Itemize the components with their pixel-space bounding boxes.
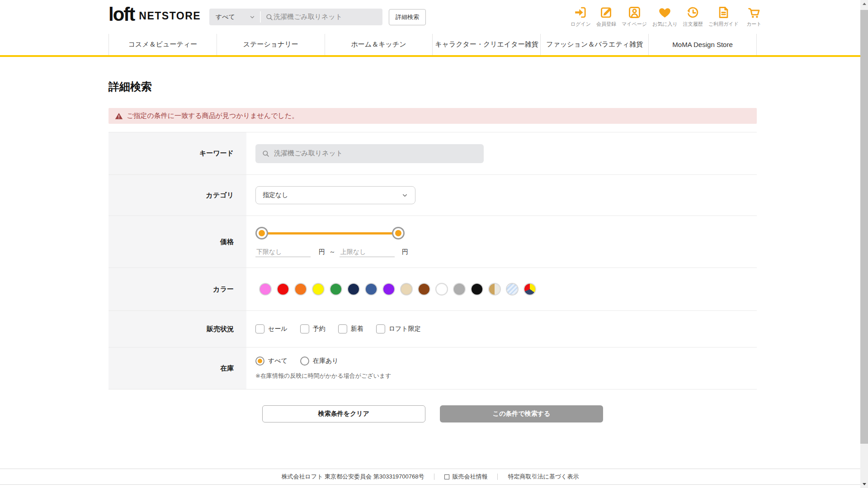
checkbox-new-arrival[interactable]: 新着 (338, 324, 363, 333)
sale-checkbox[interactable] (255, 324, 264, 333)
login-label: ログイン (571, 21, 591, 28)
stock-note: ※在庫情報の反映に時間がかかる場合がございます (255, 372, 392, 380)
order-history-label: 注文履歴 (683, 21, 703, 28)
favorite-link[interactable]: お気に入り (652, 5, 678, 28)
guide-link[interactable]: ご利用ガイド (708, 5, 739, 28)
color-swatch-gray[interactable] (454, 284, 465, 295)
color-swatch-black[interactable] (472, 284, 482, 295)
color-swatch-beige[interactable] (401, 284, 412, 295)
color-swatch-gold-silver[interactable] (489, 284, 500, 295)
color-swatch-clear[interactable] (507, 284, 518, 295)
price-range-slider (255, 226, 405, 240)
warning-icon (115, 112, 123, 120)
scrollbar-thumb[interactable] (860, 10, 868, 444)
color-swatch-orange[interactable] (295, 284, 306, 295)
header-search-input[interactable] (274, 13, 373, 21)
keyword-label: キーワード (108, 132, 246, 174)
stock-available-radio[interactable] (300, 357, 309, 366)
nav-character-creator[interactable]: キャラクター・クリエイター雑貨 (432, 34, 540, 55)
form-row-sale-status: 販売状況 セール 予約 新着 (108, 310, 757, 347)
mypage-link[interactable]: マイページ (622, 5, 647, 28)
new-arrival-checkbox[interactable] (338, 324, 347, 333)
footer-divider (434, 474, 434, 480)
search-category-select[interactable]: すべて (209, 9, 260, 25)
login-link[interactable]: ログイン (571, 5, 591, 28)
search-field (261, 9, 382, 25)
price-slider-handle-min[interactable] (255, 227, 268, 239)
clear-conditions-button[interactable]: 検索条件をクリア (262, 405, 425, 422)
nav-fashion-variety[interactable]: ファッション＆バラエティ雑貨 (540, 34, 648, 55)
radio-stock-available[interactable]: 在庫あり (300, 357, 339, 366)
footer-divider (497, 474, 498, 480)
favorite-label: お気に入り (652, 21, 678, 28)
nav-stationery[interactable]: ステーショナリー (217, 34, 325, 55)
reservation-checkbox[interactable] (300, 324, 309, 333)
advanced-search-button[interactable]: 詳細検索 (389, 9, 426, 25)
guide-label: ご利用ガイド (708, 21, 739, 28)
keyword-input[interactable] (274, 150, 464, 157)
seller-info-link[interactable]: 販売会社情報 (444, 473, 487, 481)
no-results-alert: ご指定の条件に一致する商品が見つかりませんでした。 (108, 108, 757, 124)
sale-status-options: セール 予約 新着 ロフト限定 (255, 324, 421, 333)
color-swatch-purple[interactable] (383, 284, 394, 295)
color-swatch-white[interactable] (436, 284, 447, 295)
price-slider-handle-max[interactable] (392, 227, 405, 239)
loft-logo[interactable]: loft NETSTORE (108, 6, 201, 23)
color-swatch-red[interactable] (278, 284, 288, 295)
cart-link[interactable]: カート (744, 5, 764, 28)
scrollbar-down-arrow-icon[interactable] (860, 480, 868, 488)
color-swatch-green[interactable] (330, 284, 341, 295)
search-with-conditions-button[interactable]: この条件で検索する (440, 405, 603, 422)
history-icon (686, 5, 700, 19)
form-row-category: カテゴリ 指定なし (108, 174, 757, 216)
radio-stock-all[interactable]: すべて (255, 357, 288, 366)
category-label: カテゴリ (108, 175, 246, 216)
header-quick-links: ログイン 会員登録 マイページ (571, 5, 764, 28)
header-search-group: すべて 詳細検索 (209, 9, 426, 25)
color-swatch-navy[interactable] (348, 284, 359, 295)
page-title: 詳細検索 (108, 80, 757, 94)
color-swatch-multicolor[interactable] (524, 284, 535, 295)
checkbox-sale[interactable]: セール (255, 324, 288, 333)
scrollbar-up-arrow-icon[interactable] (860, 0, 868, 8)
heart-icon (658, 5, 672, 19)
register-icon (599, 5, 613, 19)
register-label: 会員登録 (596, 21, 616, 28)
header: loft NETSTORE すべて 詳細検索 (0, 0, 868, 34)
price-min-input[interactable] (255, 247, 311, 257)
checkbox-loft-exclusive[interactable]: ロフト限定 (376, 324, 421, 333)
nav-home-kitchen[interactable]: ホーム＆キッチン (325, 34, 433, 55)
header-search-box: すべて (209, 9, 382, 25)
category-select[interactable]: 指定なし (255, 186, 415, 204)
loft-netstore-advanced-search-page: loft NETSTORE すべて 詳細検索 (0, 0, 868, 488)
color-swatch-brown[interactable] (419, 284, 429, 295)
nav-cosme-beauty[interactable]: コスメ＆ビューティー (108, 34, 217, 55)
color-swatch-pink[interactable] (260, 284, 271, 295)
price-slider-track[interactable] (262, 232, 398, 235)
company-registration-text: 株式会社ロフト 東京都公安委員会 第303319700768号 (282, 473, 425, 481)
storefront-icon (444, 474, 449, 479)
category-selected-value: 指定なし (263, 191, 288, 199)
keyword-input-box (255, 144, 484, 163)
cart-label: カート (746, 21, 762, 28)
chevron-down-icon (401, 192, 408, 199)
stock-label: 在庫 (108, 347, 246, 389)
main-nav: コスメ＆ビューティー ステーショナリー ホーム＆キッチン キャラクター・クリエイ… (108, 34, 757, 55)
price-min-unit: 円 (319, 248, 325, 256)
nav-moma-design-store[interactable]: MoMA Design Store (648, 34, 757, 55)
color-swatch-yellow[interactable] (313, 284, 324, 295)
logo-brand-text: loft (108, 6, 134, 23)
order-history-link[interactable]: 注文履歴 (683, 5, 703, 28)
legal-notice-link[interactable]: 特定商取引法に基づく表示 (508, 473, 579, 481)
chevron-down-icon (249, 14, 255, 20)
color-swatch-blue[interactable] (366, 284, 377, 295)
guide-icon (717, 5, 731, 19)
stock-all-radio[interactable] (255, 357, 264, 366)
loft-exclusive-checkbox[interactable] (376, 324, 385, 333)
price-max-input[interactable] (340, 247, 395, 257)
form-row-color: カラー (108, 267, 757, 310)
register-link[interactable]: 会員登録 (596, 5, 616, 28)
price-label: 価格 (108, 216, 246, 267)
vertical-scrollbar[interactable] (860, 0, 868, 488)
checkbox-reservation[interactable]: 予約 (300, 324, 326, 333)
